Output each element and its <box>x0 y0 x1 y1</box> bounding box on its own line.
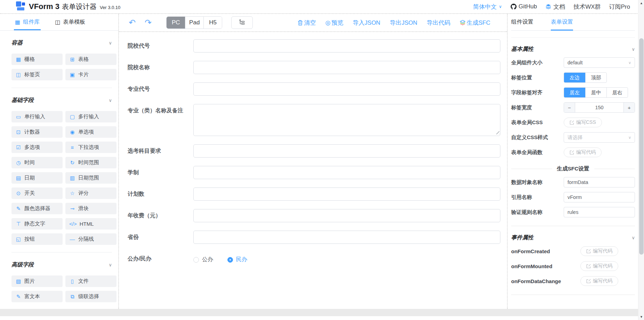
label-align-center[interactable]: 居中 <box>585 88 606 97</box>
onformmounted-edit-button[interactable]: 编写代码 <box>580 261 618 271</box>
html-icon: </> <box>69 221 77 226</box>
chevron-down-icon[interactable]: ∨ <box>108 262 112 267</box>
field-control <box>193 231 500 244</box>
label-position-left[interactable]: 左边 <box>564 73 585 82</box>
picture-icon: ▧ <box>15 279 22 284</box>
chevron-down-icon[interactable]: ∨ <box>108 98 112 103</box>
widget-label: 栅格 <box>24 56 35 63</box>
github-link[interactable]: GitHub <box>510 3 537 10</box>
radio-option[interactable]: 民办 <box>227 256 247 263</box>
clear-button[interactable]: 清空 <box>298 19 316 27</box>
edit-functions-button[interactable]: 编写代码 <box>564 147 602 157</box>
tab-widget-library[interactable]: ▦组件库 <box>15 14 40 30</box>
import-json-button[interactable]: 导入JSON <box>353 19 380 27</box>
widget-textarea[interactable]: ▢多行输入 <box>65 111 116 122</box>
widget-rate[interactable]: ☆评分 <box>65 187 116 199</box>
widget-button[interactable]: ◱按钮 <box>11 233 63 245</box>
radio-group: 公办民办 <box>193 252 500 263</box>
footer-bar <box>0 309 638 316</box>
node-tree-button[interactable] <box>231 16 253 29</box>
widget-grid[interactable]: ▦栅格 <box>11 54 63 65</box>
radio-option[interactable]: 公办 <box>193 256 213 263</box>
generate-sfc-button[interactable]: 生成SFC <box>460 19 490 27</box>
widget-date-range[interactable]: ▥日期范围 <box>65 172 116 184</box>
widget-switch[interactable]: ⊙开关 <box>11 187 63 199</box>
global-size-select[interactable]: default ∨ <box>564 57 635 68</box>
text-input[interactable] <box>193 61 500 74</box>
device-pc[interactable]: PC <box>167 17 185 29</box>
text-input[interactable] <box>193 166 500 179</box>
textarea-input[interactable] <box>193 104 500 136</box>
label-align-left[interactable]: 居左 <box>564 88 585 97</box>
onformcreated-edit-button[interactable]: 编写代码 <box>580 246 618 256</box>
label-align-right[interactable]: 居右 <box>606 88 628 97</box>
sfc-row-label: 数据对象名称 <box>511 179 542 186</box>
widget-time[interactable]: ◷时间 <box>11 157 63 168</box>
widget-time-range[interactable]: ↻时间范围 <box>65 157 116 168</box>
chevron-down-icon[interactable]: ∨ <box>108 40 112 46</box>
widget-slider[interactable]: ⊸滑块 <box>65 203 116 214</box>
label-width-value[interactable]: 150 <box>575 103 623 112</box>
label-position-top[interactable]: 顶部 <box>585 73 606 82</box>
widget-checkbox[interactable]: ☑多选项 <box>11 142 63 153</box>
event-row: onFormDataChange编写代码 <box>511 276 635 286</box>
widget-cascader[interactable]: ⧉级联选择 <box>65 291 116 302</box>
widget-color-picker[interactable]: ✎颜色选择器 <box>11 203 63 214</box>
export-code-button[interactable]: 导出代码 <box>427 19 450 27</box>
chevron-down-icon[interactable]: ∨ <box>631 235 635 240</box>
widget-rich-text[interactable]: ✎富文本 <box>11 291 63 302</box>
widget-select[interactable]: ≡下拉选项 <box>65 142 116 153</box>
widget-file[interactable]: ▯文件 <box>65 275 116 287</box>
form-field-row: 学制 <box>128 166 500 179</box>
device-h5[interactable]: H5 <box>203 17 222 29</box>
preview-button[interactable]: ◎预览 <box>325 19 343 27</box>
text-input[interactable] <box>193 82 500 96</box>
form-canvas[interactable]: 院校代号院校名称专业代号专业（类）名称及备注选考科目要求学制计划数年收费（元）省… <box>119 32 507 309</box>
scroll-up-arrow[interactable]: ▲ <box>638 1 644 5</box>
scroll-down-arrow[interactable]: ▼ <box>638 315 644 319</box>
language-selector[interactable]: 简体中文 ∨ <box>473 3 502 11</box>
undo-button[interactable]: ↶ <box>129 18 136 27</box>
vertical-scrollbar[interactable]: ▲ ▼ <box>638 0 644 320</box>
text-input[interactable] <box>193 187 500 201</box>
widget-label: 富文本 <box>24 293 40 300</box>
chevron-down-icon[interactable]: ∨ <box>631 47 635 52</box>
widget-divider[interactable]: —分隔线 <box>65 233 116 245</box>
widget-card[interactable]: ▣卡片 <box>65 69 116 80</box>
export-json-button[interactable]: 导出JSON <box>390 19 417 27</box>
custom-class-select[interactable]: 请选择 ∨ <box>564 132 635 143</box>
text-input[interactable] <box>193 231 500 244</box>
widget-label: 计数器 <box>24 129 40 135</box>
decrease-button[interactable]: − <box>564 103 575 112</box>
widget-static-text[interactable]: ⊤静态文字 <box>11 218 63 230</box>
sfc-input[interactable] <box>564 192 635 202</box>
widget-date[interactable]: ▤日期 <box>11 172 63 184</box>
wx-group-link[interactable]: 技术WX群 <box>573 3 601 11</box>
edit-css-button[interactable]: 编写CSS <box>564 118 602 127</box>
sfc-input[interactable] <box>564 177 635 187</box>
tab-widget-settings[interactable]: 组件设置 <box>511 14 533 30</box>
scrollbar-thumb[interactable] <box>639 38 644 255</box>
tab-form-templates[interactable]: ◫表单模板 <box>55 14 85 30</box>
widget-tab-pane[interactable]: ◫标签页 <box>11 69 63 80</box>
text-input[interactable] <box>193 144 500 158</box>
onformdatachange-edit-button[interactable]: 编写代码 <box>580 276 618 286</box>
widget-label: 单行输入 <box>24 113 45 120</box>
tab-form-settings[interactable]: 表单设置 <box>551 14 573 30</box>
text-input[interactable] <box>193 39 500 53</box>
widget-radio[interactable]: ◉单选项 <box>65 126 116 138</box>
text-input[interactable] <box>193 209 500 222</box>
subscribe-pro-link[interactable]: 订阅Pro <box>609 3 630 11</box>
widget-html[interactable]: </>HTML <box>65 218 116 230</box>
wx-group-link-label: 技术WX群 <box>573 3 601 11</box>
widget-number[interactable]: ⊡计数器 <box>11 126 63 138</box>
widget-table[interactable]: ⊞表格 <box>65 54 116 65</box>
edit-button-label: 编写代码 <box>593 248 612 254</box>
docs-link[interactable]: 文档 <box>545 3 565 11</box>
redo-button[interactable]: ↷ <box>145 18 152 27</box>
widget-picture[interactable]: ▧图片 <box>11 275 63 287</box>
increase-button[interactable]: + <box>623 103 635 112</box>
device-pad[interactable]: Pad <box>185 17 203 29</box>
sfc-input[interactable] <box>564 207 635 217</box>
widget-input[interactable]: ▭单行输入 <box>11 111 63 122</box>
